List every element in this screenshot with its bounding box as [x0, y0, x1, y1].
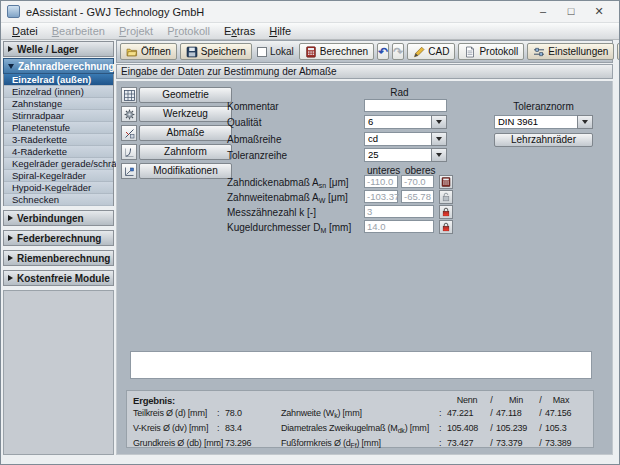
sidebar-item-schnecken[interactable]: Schnecken [4, 194, 113, 206]
geometry-grid-icon[interactable] [121, 87, 137, 103]
sidebar-section-kostenfreie-module[interactable]: Kostenfreie Module [3, 270, 114, 286]
window-title: eAssistant - GWJ Technology GmbH [26, 6, 204, 18]
minimize-button[interactable]: – [529, 5, 557, 18]
results-row-3: Grundkreis Ø (db) [mm] : 73.296 Fußformk… [133, 437, 587, 452]
open-button[interactable]: Öffnen [120, 43, 177, 60]
results-title: Ergebnis: [133, 394, 281, 407]
teilkreis-label: Teilkreis Ø (d) [mm] [133, 407, 217, 422]
dropdown-arrow-icon [577, 115, 593, 129]
results-panel: Ergebnis: Nenn / Min / Max Teilkreis Ø (… [126, 390, 594, 448]
calculate-button[interactable]: Berechnen [299, 43, 374, 60]
sidebar-item-zahnstange[interactable]: Zahnstange [4, 98, 113, 110]
zahnweitenabmass-oberes-field[interactable]: -65.78 [401, 190, 434, 203]
menu-hilfe[interactable]: Hilfe [262, 24, 298, 38]
grundkreis-value: 73.296 [225, 437, 281, 452]
sidebar-item-einzelrad-aussen[interactable]: Einzelrad (außen) [4, 74, 113, 86]
undo-icon: ↶ [378, 46, 388, 58]
message-area [130, 351, 592, 379]
geometrie-button[interactable]: Geometrie [139, 87, 232, 103]
abmasse-button[interactable]: Abmaße [139, 125, 232, 141]
sidebar-section-federberechnung[interactable]: Federberechnung [3, 230, 114, 246]
menu-datei[interactable]: Datei [5, 24, 45, 38]
sidebar-item-kegelraeder[interactable]: Kegelräder gerade/schräg [4, 158, 113, 170]
abmassreihe-dropdown[interactable]: cd [364, 132, 447, 146]
kugeldurchmesser-label: Kugeldurchmesser DM [mm] [227, 222, 351, 234]
lock-open-icon [441, 192, 451, 202]
tooth-curve-icon[interactable] [121, 144, 137, 160]
zahnweitenabmass-unteres-field[interactable]: -103.37 [364, 190, 398, 203]
sidebar-section-verbindungen[interactable]: Verbindungen [3, 210, 114, 226]
floppy-disk-icon [186, 46, 198, 58]
chevron-right-icon [8, 46, 13, 52]
zahndickenabmass-oberes-field[interactable]: -70.0 [401, 175, 434, 188]
messzaehnezahl-label: Messzähnezahl k [-] [227, 207, 316, 219]
modifikationen-button[interactable]: Modifikationen [139, 163, 232, 179]
lock-closed-button[interactable] [439, 220, 453, 234]
qualitaet-dropdown[interactable]: 6 [364, 115, 447, 129]
sidebar-item-einzelrad-innen[interactable]: Einzelrad (innen) [4, 86, 113, 98]
sidebar-item-4-raederkette[interactable]: 4-Räderkette [4, 146, 113, 158]
protocol-button[interactable]: Protokoll [458, 43, 524, 60]
calculator-small-button[interactable] [439, 175, 453, 189]
min-header: Min [496, 394, 536, 407]
sidebar-section-riemenberechnung[interactable]: Riemenberechnung [3, 250, 114, 266]
werkzeug-button[interactable]: Werkzeug [139, 106, 232, 122]
title-bar: eAssistant - GWJ Technology GmbH – □ ✕ [1, 1, 619, 23]
folder-open-icon [126, 46, 138, 58]
lehrzahnraeder-button[interactable]: Lehrzahnräder [494, 133, 593, 147]
toleranznorm-dropdown[interactable]: DIN 3961 [494, 115, 593, 129]
menu-extras[interactable]: Extras [217, 24, 262, 38]
undo-button[interactable]: ↶ [377, 43, 389, 60]
fussformkreis-nenn: 73.427 [447, 437, 487, 452]
menu-bearbeiten: Bearbeiten [45, 24, 112, 38]
window-controls: – □ ✕ [529, 5, 613, 18]
gear-icon[interactable] [121, 106, 137, 122]
toleranznorm-label: Toleranznorm [494, 101, 593, 112]
calculator-icon [305, 46, 317, 58]
calculator-small-icon [441, 177, 451, 187]
save-button[interactable]: Speichern [180, 43, 252, 60]
zahnform-button[interactable]: Zahnform [139, 144, 232, 160]
results-row-1: Teilkreis Ø (d) [mm] : 78.0 Zahnweite (W… [133, 407, 587, 422]
menu-protokoll: Protokoll [160, 24, 217, 38]
max-header: Max [545, 394, 577, 407]
lock-closed-button[interactable] [439, 205, 453, 219]
sidebar-section-welle-lager[interactable]: Welle / Lager [3, 41, 114, 57]
caliper-icon[interactable] [121, 125, 137, 141]
zweikugelmass-label: Diametrales Zweikugelmaß (Mdk) [mm] [281, 422, 439, 437]
teilkreis-value: 78.0 [225, 407, 281, 422]
rad-column-header: Rad [364, 87, 435, 98]
menu-bar: Datei Bearbeiten Projekt Protokoll Extra… [1, 23, 619, 40]
toleranzreihe-dropdown[interactable]: 25 [364, 148, 447, 162]
lock-open-button[interactable] [439, 190, 453, 204]
kommentar-label: Kommentar [227, 101, 279, 112]
dropdown-arrow-icon [431, 115, 447, 129]
lock-closed-icon [441, 222, 451, 232]
fussformkreis-min: 73.379 [496, 437, 536, 452]
cad-button[interactable]: CAD [407, 43, 455, 60]
zahndickenabmass-unteres-field[interactable]: -110.0 [364, 175, 398, 188]
sidebar-section-zahnradberechnung[interactable]: Zahnradberechnung [3, 58, 114, 74]
fussformkreis-label: Fußformkreis Ø (dFf) [mm] [281, 437, 439, 452]
sidebar-item-stirnradpaar[interactable]: Stirnradpaar [4, 110, 113, 122]
section-title-bar: Eingabe der Daten zur Bestimmung der Abm… [116, 64, 613, 79]
results-row-2: V-Kreis Ø (dv) [mm] : 83.4 Diametrales Z… [133, 422, 587, 437]
maximize-button[interactable]: □ [557, 5, 585, 18]
kugeldurchmesser-field[interactable]: 14.0 [364, 220, 434, 233]
nav-row-abmasse: Abmaße [121, 125, 232, 141]
chevron-right-icon [8, 255, 13, 261]
kommentar-input[interactable] [364, 99, 447, 112]
modification-chart-icon[interactable] [121, 163, 137, 179]
sidebar-item-3-raederkette[interactable]: 3-Räderkette [4, 134, 113, 146]
messzaehnezahl-field[interactable]: 3 [364, 205, 434, 218]
sidebar-item-hypoid-kegelraeder[interactable]: Hypoid-Kegelräder [4, 182, 113, 194]
local-checkbox[interactable]: Lokal [255, 46, 296, 57]
close-button[interactable]: ✕ [585, 5, 613, 18]
section-title: Eingabe der Daten zur Bestimmung der Abm… [121, 66, 337, 77]
toolbar: Öffnen Speichern Lokal Berechnen ↶ ↷ [116, 40, 613, 63]
menu-projekt: Projekt [112, 24, 160, 38]
sidebar-item-spiral-kegelraeder[interactable]: Spiral-Kegelräder [4, 170, 113, 182]
zahnweite-max: 47.156 [545, 407, 577, 422]
sidebar-item-planetenstufe[interactable]: Planetenstufe [4, 122, 113, 134]
settings-button[interactable]: Einstellungen [527, 43, 614, 60]
